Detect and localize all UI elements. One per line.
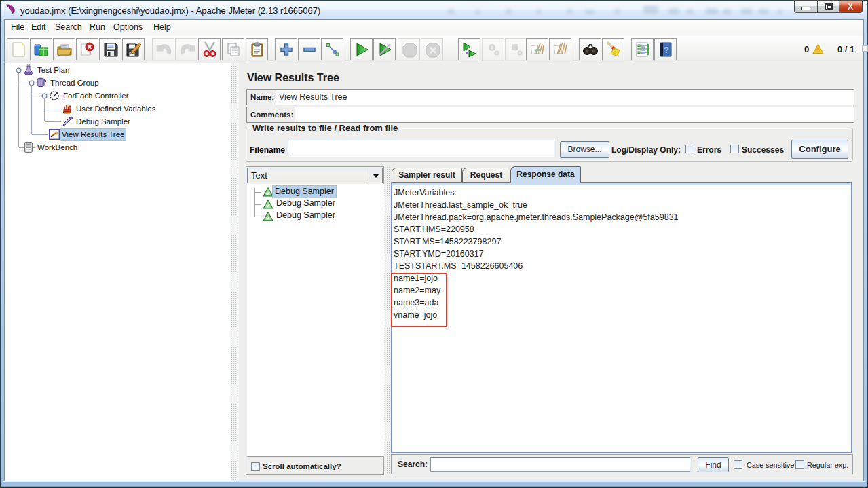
svg-text:?: ?	[664, 45, 669, 55]
